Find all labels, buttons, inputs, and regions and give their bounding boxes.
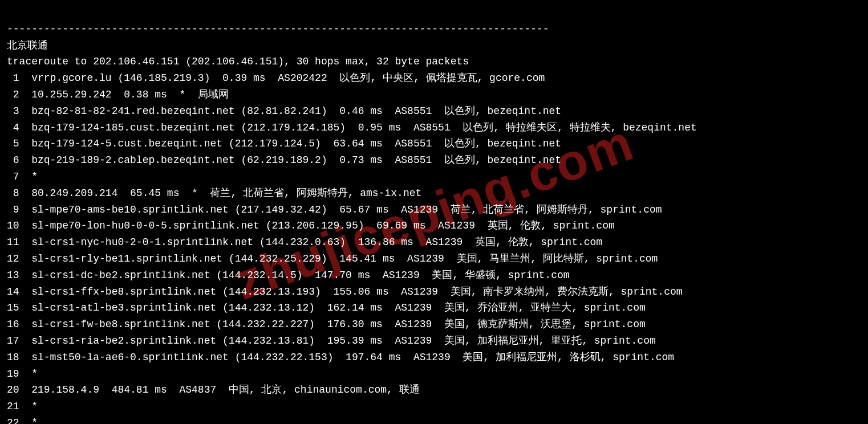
trace-intro: traceroute to 202.106.46.151 (202.106.46… bbox=[7, 56, 469, 67]
terminal-output: ----------------------------------------… bbox=[7, 5, 861, 424]
hops-list: 1 vrrp.gcore.lu (146.185.219.3) 0.39 ms … bbox=[7, 72, 697, 424]
trace-title: 北京联通 bbox=[7, 40, 48, 51]
divider-line: ----------------------------------------… bbox=[7, 23, 549, 35]
